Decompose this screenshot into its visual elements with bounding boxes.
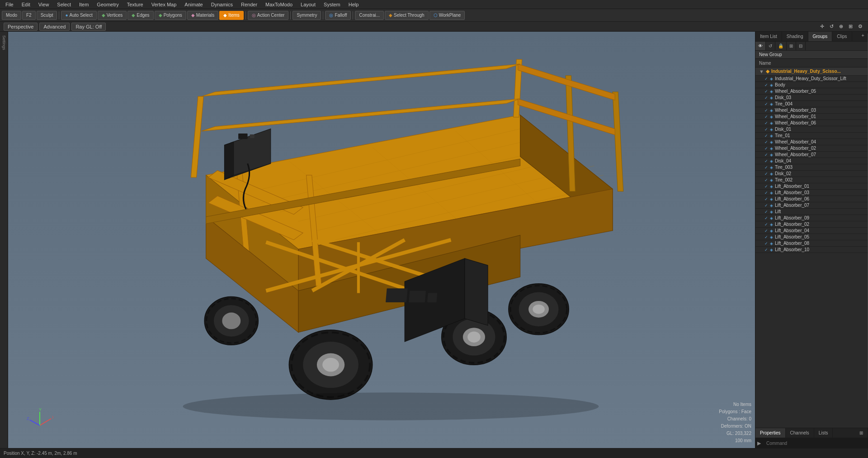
polygons-button[interactable]: ◆ Polygons — [155, 11, 186, 20]
menu-texture[interactable]: Texture — [123, 1, 147, 8]
f2-button[interactable]: F2 — [22, 11, 36, 20]
right-subtabs: 👁 ↺ 🔒 ⊞ ⊟ — [755, 42, 868, 51]
tree-group-row[interactable]: ▼ ◆ Industrial_Heavy_Duty_Scisso... — [755, 67, 868, 76]
tree-item[interactable]: ✓ ◈ Lift_Absorber_01 — [755, 183, 868, 190]
tree-item[interactable]: ✓ ◈ Wheel_Absorber_02 — [755, 145, 868, 152]
auto-select-button[interactable]: ● Auto Select — [61, 11, 96, 20]
menu-view[interactable]: View — [35, 1, 53, 8]
menu-help[interactable]: Help — [345, 1, 363, 8]
menu-animate[interactable]: Animate — [181, 1, 206, 8]
tree-item[interactable]: ✓ ◈ Lift_Absorber_05 — [755, 234, 868, 240]
tree-item[interactable]: ✓ ◈ Lift_Absorber_09 — [755, 215, 868, 221]
menu-layout[interactable]: Layout — [297, 1, 319, 8]
subtab-collapse-icon[interactable]: ⊟ — [796, 42, 806, 50]
tree-item[interactable]: ✓ ◈ Disk_04 — [755, 158, 868, 164]
svg-rect-32 — [250, 134, 255, 138]
tree-item[interactable]: ✓ ◈ Industrial_Heavy_Duty_Scissor_Lift — [755, 76, 868, 82]
tree-item-check-icon: ✓ — [764, 108, 768, 113]
subtab-lock-icon[interactable]: 🔒 — [775, 42, 787, 50]
ray-gl-button[interactable]: Ray GL: Off — [71, 23, 106, 31]
tree-item-type-icon: ◈ — [770, 76, 773, 81]
tree-item[interactable]: ✓ ◈ Tire_002 — [755, 177, 868, 183]
viewport-icon-settings[interactable]: ⚙ — [856, 23, 864, 30]
tree-item[interactable]: ✓ ◈ Wheel_Absorber_03 — [755, 107, 868, 114]
tree-item[interactable]: ✓ ◈ Lift_Absorber_08 — [755, 240, 868, 247]
tree-item-label: Lift_Absorber_06 — [775, 196, 809, 201]
tree-item[interactable]: ✓ ◈ Lift_Absorber_06 — [755, 196, 868, 202]
viewport-icon-fit[interactable]: ⊞ — [847, 23, 854, 30]
action-center-button[interactable]: ◎ Action Center — [248, 11, 289, 20]
rb-tab-channels[interactable]: Channels — [786, 428, 814, 438]
workplane-button[interactable]: ⬡ WorkPlane — [429, 11, 465, 20]
sculpt-button[interactable]: Sculpt — [37, 11, 57, 20]
items-button[interactable]: ◆ Items — [219, 11, 243, 20]
subtab-refresh-icon[interactable]: ↺ — [766, 42, 775, 50]
tree-item[interactable]: ✓ ◈ Disk_02 — [755, 171, 868, 177]
perspective-button[interactable]: Perspective — [4, 23, 38, 31]
viewport-icon-move[interactable]: ✛ — [818, 23, 826, 30]
menu-select[interactable]: Select — [53, 1, 75, 8]
tab-groups[interactable]: Groups — [808, 32, 833, 41]
menu-edit[interactable]: Edit — [18, 1, 34, 8]
command-bar: ▶ — [755, 438, 868, 448]
tab-item-list[interactable]: Item List — [755, 32, 782, 41]
falloff-button[interactable]: ◎ Falloff — [325, 11, 351, 20]
menu-item[interactable]: Item — [75, 1, 92, 8]
left-sidebar-settings[interactable]: Settings — [1, 33, 7, 52]
tree-item[interactable]: ✓ ◈ Wheel_Absorber_06 — [755, 120, 868, 126]
tree-item[interactable]: ✓ ◈ Wheel_Absorber_07 — [755, 152, 868, 158]
command-input[interactable] — [763, 440, 868, 447]
tree-item[interactable]: ✓ ◈ Lift_Absorber_03 — [755, 190, 868, 196]
tab-shading[interactable]: Shading — [782, 32, 808, 41]
rb-tab-lists[interactable]: Lists — [814, 428, 833, 438]
menu-vertex-map[interactable]: Vertex Map — [148, 1, 180, 8]
materials-button[interactable]: ◆ Materials — [187, 11, 219, 20]
tree-item-check-icon: ✓ — [764, 146, 768, 151]
viewport-3d[interactable]: No Items Polygons : Face Channels: 0 Def… — [8, 32, 755, 448]
tree-item[interactable]: ✓ ◈ Body — [755, 82, 868, 88]
tree-item-type-icon: ◈ — [770, 140, 773, 144]
subtab-eye-icon[interactable]: 👁 — [755, 42, 766, 50]
menu-file[interactable]: File — [2, 1, 17, 8]
select-through-button[interactable]: ◆ Select Through — [385, 11, 429, 20]
tab-add-button[interactable]: + — [858, 32, 868, 41]
tree-item[interactable]: ✓ ◈ Lift_Absorber_02 — [755, 221, 868, 228]
rb-tab-properties[interactable]: Properties — [755, 428, 786, 438]
viewport-icon-zoom[interactable]: ⊕ — [837, 23, 845, 30]
tree-item-check-icon: ✓ — [764, 229, 768, 233]
tree-item[interactable]: ✓ ◈ Wheel_Absorber_05 — [755, 88, 868, 95]
menu-system[interactable]: System — [320, 1, 344, 8]
tree-list[interactable]: ▼ ◆ Industrial_Heavy_Duty_Scisso... ✓ ◈ … — [755, 67, 868, 428]
menu-geometry[interactable]: Geometry — [93, 1, 122, 8]
tree-item[interactable]: ✓ ◈ Lift_Absorber_07 — [755, 202, 868, 209]
edges-button[interactable]: ◆ Edges — [127, 11, 153, 20]
tree-item[interactable]: ✓ ◈ Wheel_Absorber_04 — [755, 139, 868, 145]
tree-item-check-icon: ✓ — [764, 222, 768, 227]
menu-render[interactable]: Render — [237, 1, 261, 8]
tree-item[interactable]: ✓ ◈ Lift_Absorber_10 — [755, 247, 868, 253]
constrain-button[interactable]: Constrai... — [355, 11, 384, 20]
menu-maxtomodo[interactable]: MaxToModo — [262, 1, 296, 8]
tab-clips[interactable]: Clips — [832, 32, 852, 41]
menu-dynamics[interactable]: Dynamics — [208, 1, 236, 8]
tree-item-check-icon: ✓ — [764, 210, 768, 214]
right-panel-tabs: Item List Shading Groups Clips + — [755, 32, 868, 42]
tree-item[interactable]: ✓ ◈ Disk_03 — [755, 95, 868, 101]
vertices-button[interactable]: ◆ Vertices — [98, 11, 127, 20]
mode-3d-button[interactable]: Modo — [2, 11, 21, 20]
rb-expand-button[interactable]: ⊞ — [855, 428, 868, 438]
symmetry-button[interactable]: Symmetry — [292, 11, 321, 20]
tree-item[interactable]: ✓ ◈ Lift — [755, 209, 868, 215]
tree-item[interactable]: ✓ ◈ Lift_Absorber_04 — [755, 228, 868, 234]
viewport-icon-rotate[interactable]: ↺ — [828, 23, 835, 30]
tree-item[interactable]: ✓ ◈ Tire_01 — [755, 133, 868, 139]
tree-item-label: Disk_02 — [775, 171, 791, 176]
advanced-button[interactable]: Advanced — [39, 23, 70, 31]
viewport-gizmo: X Y Z — [26, 407, 53, 434]
tree-item[interactable]: ✓ ◈ Tire_004 — [755, 101, 868, 107]
subtab-expand-icon[interactable]: ⊞ — [787, 42, 796, 50]
tree-item[interactable]: ✓ ◈ Disk_01 — [755, 126, 868, 133]
tree-item[interactable]: ✓ ◈ Wheel_Absorber_01 — [755, 114, 868, 120]
separator-2 — [245, 11, 246, 19]
tree-item[interactable]: ✓ ◈ Tire_003 — [755, 164, 868, 171]
